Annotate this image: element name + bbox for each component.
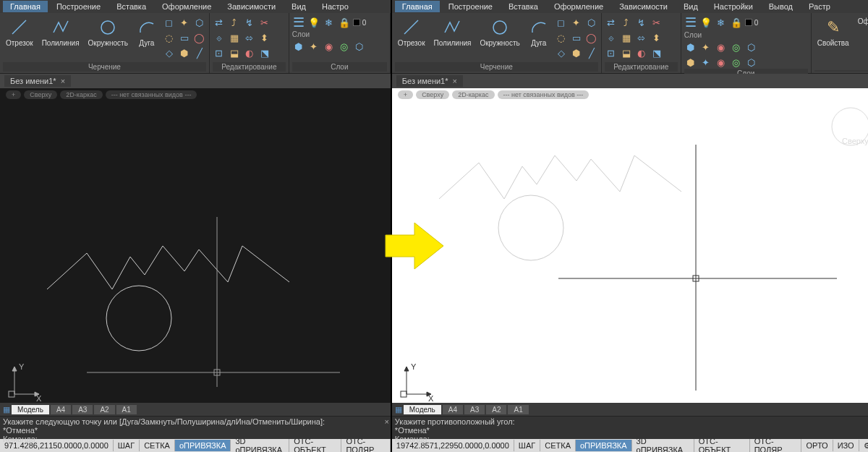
drawing-content (0, 101, 391, 403)
cmd-close-icon[interactable]: × (384, 417, 388, 426)
model-layout-tabs[interactable]: ▦ Модель A4 A3 A2 A1 (0, 403, 391, 416)
close-icon[interactable]: × (61, 77, 65, 85)
group-edit-label: Редактирование (213, 62, 286, 72)
menu-tab-settings[interactable]: Настро (315, 1, 356, 12)
tool-line[interactable]: Отрезок (3, 16, 36, 48)
view-wireframe[interactable]: 2D-каркас (60, 90, 102, 99)
ucs-icon: YX (399, 359, 435, 396)
transition-arrow-icon (382, 217, 447, 275)
doc-tabs[interactable]: Без имени1*× (0, 74, 391, 88)
edit-tools[interactable]: ⇄⤴↯✂ ⟐▦⬄⬍ ⊡⬓◐⬔ (605, 16, 663, 59)
svg-text:X: X (36, 394, 42, 403)
add-view[interactable]: + (6, 90, 21, 99)
layer-tools[interactable]: ⬢✦◉◎⬡ (292, 40, 366, 53)
svg-text:Сверху: Сверху (842, 137, 868, 145)
menu-tab-home[interactable]: Главная (3, 1, 48, 12)
menu-bar[interactable]: Главная Построение Вставка Оформление За… (0, 0, 391, 13)
doc-tabs[interactable]: Без имени1*× (392, 74, 868, 88)
svg-point-2 (106, 286, 171, 351)
svg-marker-28 (386, 223, 443, 269)
tool-arc[interactable]: Дуга (526, 16, 552, 48)
svg-line-13 (404, 20, 418, 34)
tool-line[interactable]: Отрезок (395, 16, 428, 48)
layers-icon[interactable]: ☰ (684, 16, 697, 29)
tab-model[interactable]: Модель (12, 405, 49, 414)
drawing-canvas-light[interactable]: Сверху YX (392, 101, 868, 403)
menu-tab-insert[interactable]: Вставка (109, 1, 153, 12)
tool-properties[interactable]: ✎Свойства (814, 16, 852, 48)
close-icon[interactable]: × (453, 77, 457, 85)
view-cube[interactable]: Сверху (829, 105, 868, 148)
edit-tools[interactable]: ⇄⤴↯✂ ⟐▦⬄⬍ ⊡⬓◐⬔ (213, 16, 271, 59)
svg-rect-25 (401, 391, 407, 397)
ribbon: Отрезок Полилиния Окружность Дуга ◻✦⬡ ◌▭… (392, 13, 868, 74)
menu-tab-view[interactable]: Вид (284, 1, 313, 12)
tool-polyline[interactable]: Полилиния (431, 16, 475, 48)
view-options[interactable]: + Сверху 2D-каркас --- нет связанных вид… (392, 88, 868, 101)
tool-polyline[interactable]: Полилиния (39, 16, 82, 48)
svg-text:Y: Y (19, 362, 25, 371)
command-line[interactable]: × Укажите следующую точку или [Дуга/Замк… (0, 416, 391, 439)
doc-tab[interactable]: Без имени1*× (396, 75, 463, 87)
doc-tab[interactable]: Без имени1*× (4, 75, 71, 87)
tab-a4[interactable]: A4 (51, 405, 71, 414)
color-swatch[interactable] (353, 19, 360, 26)
group-draw-label: Черчение (3, 62, 206, 72)
tool-circle[interactable]: Окружность (85, 16, 131, 48)
menu-tab-format[interactable]: Оформление (155, 1, 218, 12)
view-top[interactable]: Сверху (24, 90, 57, 99)
tab-a3[interactable]: A3 (72, 405, 93, 414)
ribbon: Отрезок Полилиния Окружность Дуга ◻✦⬡ ◌▭… (0, 13, 391, 74)
svg-point-14 (493, 21, 506, 34)
group-layers-label: Слои (292, 62, 387, 72)
draw-small-tools[interactable]: ◻✦⬡ ◌▭◯ ◇⬢╱ (163, 16, 206, 59)
model-layout-tabs[interactable]: ▦ Модель A4 A3 A2 A1 (392, 403, 868, 416)
command-line[interactable]: × Укажите противоположный угол: *Отмена*… (392, 416, 868, 439)
menu-tab-build[interactable]: Построение (49, 1, 108, 12)
view-options[interactable]: + Сверху 2D-каркас --- нет связанных вид… (0, 88, 391, 101)
drawing-canvas-dark[interactable]: YX (0, 101, 391, 403)
svg-point-1 (101, 21, 114, 34)
tab-a1[interactable]: A1 (116, 405, 137, 414)
drawing-content (392, 101, 868, 403)
ucs-icon: YX (7, 359, 43, 396)
svg-rect-10 (9, 391, 14, 397)
view-linked[interactable]: --- нет связанных видов --- (106, 90, 197, 99)
svg-line-0 (12, 20, 26, 34)
tab-a2[interactable]: A2 (94, 405, 114, 414)
svg-marker-24 (404, 367, 409, 371)
svg-text:Y: Y (411, 362, 417, 371)
svg-point-17 (498, 195, 563, 260)
svg-marker-9 (12, 367, 17, 371)
tool-circle[interactable]: Окружность (477, 16, 522, 48)
tool-arc[interactable]: Дуга (134, 16, 160, 48)
menu-tab-deps[interactable]: Зависимости (220, 1, 283, 12)
menu-tab-home[interactable]: Главная (395, 1, 440, 12)
draw-small-tools[interactable]: ◻✦⬡ ◌▭◯ ◇⬢╱ (555, 16, 598, 59)
layers-icon[interactable]: ☰ (292, 16, 305, 29)
svg-text:X: X (428, 394, 434, 403)
menu-bar[interactable]: Главная Построение Вставка Оформление За… (392, 0, 868, 13)
